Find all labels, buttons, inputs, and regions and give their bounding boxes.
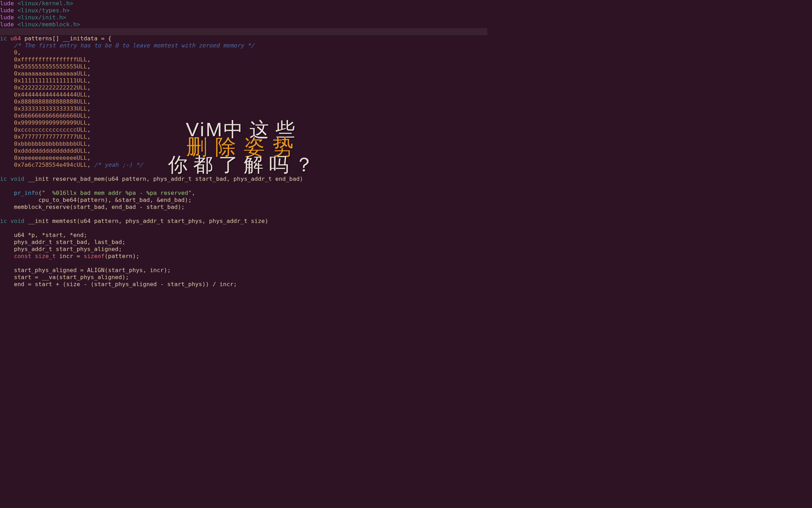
patterns-first-entry: 0, (0, 49, 487, 56)
include-lines: lude <linux/kernel.h> lude <linux/types.… (0, 0, 487, 28)
function-memtest: ic void __init memtest(u64 pattern, phys… (0, 218, 487, 288)
blank-line (0, 169, 487, 176)
patterns-declaration: ic u64 patterns[] __initdata = { (0, 35, 487, 42)
separator-bar (0, 28, 487, 35)
code-editor[interactable]: lude <linux/kernel.h> lude <linux/types.… (0, 0, 487, 288)
patterns-list: 0xffffffffffffffffULL, 0x555555555555555… (0, 56, 487, 169)
function-reserve-bad-mem: ic void __init reserve_bad_mem(u64 patte… (0, 176, 487, 211)
patterns-comment: /* The first entry has to be 0 to leave … (0, 42, 487, 49)
blank-line (0, 211, 487, 218)
